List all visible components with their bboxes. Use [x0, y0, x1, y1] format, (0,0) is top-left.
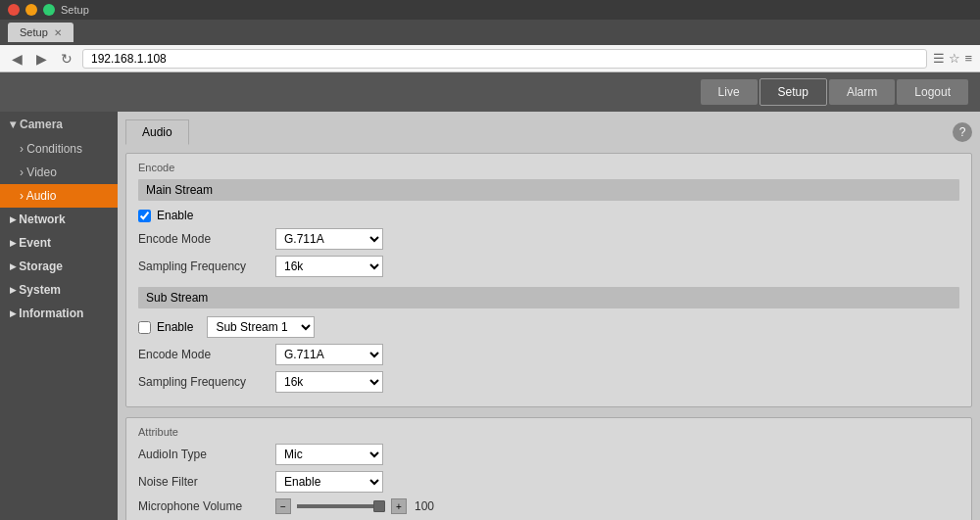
tab-label: Setup [20, 26, 48, 38]
forward-button[interactable]: ▶ [32, 49, 51, 69]
address-bar: ◀ ▶ ↻ ☰ ☆ ≡ [0, 45, 980, 72]
sub-stream-dropdown[interactable]: Sub Stream 1 Sub Stream 2 [207, 316, 315, 338]
main-stream-enable-row: Enable [138, 209, 959, 222]
main-stream-enable-checkbox[interactable] [138, 210, 151, 222]
sidebar-audio-label: Audio [26, 189, 57, 203]
panel-tab-audio[interactable]: Audio [125, 119, 189, 145]
noise-filter-label: Noise Filter [138, 475, 275, 489]
browser-max-btn[interactable] [43, 4, 55, 16]
information-arrow-icon: ▸ [10, 307, 19, 320]
browser-tab[interactable]: Setup ✕ [8, 23, 74, 42]
sidebar: ▾ Camera › Conditions › Video › Audio ▸ … [0, 112, 118, 520]
menu-icon[interactable]: ≡ [964, 51, 972, 66]
noise-filter-row: Noise Filter Enable Disable [138, 471, 959, 493]
mic-volume-label: Microphone Volume [138, 499, 275, 513]
sidebar-video-label: Video [26, 165, 56, 179]
sub-stream-enable-row: Enable Sub Stream 1 Sub Stream 2 [138, 316, 959, 338]
sidebar-item-network[interactable]: ▸ Network [0, 208, 118, 231]
slider-minus-button[interactable]: − [275, 498, 291, 514]
attribute-section: Attribute AudioIn Type Mic LineIn Noise … [125, 417, 972, 520]
main-stream-sampling-freq-select[interactable]: 8k 16k 32k [275, 256, 383, 277]
attribute-legend: Attribute [138, 426, 959, 438]
panel-tab-row: Audio ? [125, 119, 972, 145]
browser-title: Setup [61, 4, 972, 16]
audioin-type-row: AudioIn Type Mic LineIn [138, 444, 959, 465]
network-arrow-icon: ▸ [10, 213, 19, 226]
audioin-type-select[interactable]: Mic LineIn [275, 444, 383, 465]
reload-button[interactable]: ↻ [57, 49, 76, 69]
sidebar-item-system[interactable]: ▸ System [0, 278, 118, 302]
browser-toolbar-icons: ☰ ☆ ≡ [933, 51, 972, 66]
main-stream-sampling-freq-label: Sampling Frequency [138, 260, 275, 273]
event-arrow-icon: ▸ [10, 236, 19, 250]
sidebar-network-label: Network [19, 213, 65, 226]
sidebar-storage-label: Storage [19, 260, 63, 273]
main-stream-encode-mode-row: Encode Mode G.711A G.711U G.726 [138, 228, 959, 250]
sidebar-item-information[interactable]: ▸ Information [0, 302, 118, 325]
sidebar-item-storage[interactable]: ▸ Storage [0, 255, 118, 278]
sub-stream-header: Sub Stream [138, 287, 959, 308]
sidebar-section-camera: ▾ Camera [0, 112, 118, 137]
camera-arrow-icon: ▾ [10, 118, 16, 131]
sidebar-system-label: System [19, 283, 61, 297]
sidebar-item-conditions[interactable]: › Conditions [0, 137, 118, 161]
sub-stream-label: Sub Stream [146, 291, 208, 305]
slider-fill [297, 504, 385, 508]
main-stream-encode-mode-label: Encode Mode [138, 232, 275, 246]
audio-arrow-icon: › [20, 189, 26, 203]
help-icon-text: ? [959, 125, 966, 139]
sub-stream-sampling-freq-label: Sampling Frequency [138, 375, 275, 389]
mic-volume-value: 100 [415, 499, 434, 513]
main-panel: Audio ? Encode Main Stream Enable Enc [118, 112, 980, 520]
sidebar-camera-label: Camera [20, 118, 63, 131]
audioin-type-label: AudioIn Type [138, 448, 275, 461]
content-area: ▾ Camera › Conditions › Video › Audio ▸ … [0, 112, 980, 520]
back-button[interactable]: ◀ [8, 49, 26, 69]
nav-live-button[interactable]: Live [701, 79, 758, 105]
browser-min-btn[interactable] [25, 4, 37, 16]
main-stream-sampling-freq-row: Sampling Frequency 8k 16k 32k [138, 256, 959, 277]
slider-track[interactable] [297, 504, 385, 508]
sub-stream-encode-mode-select[interactable]: G.711A G.711U G.726 [275, 344, 383, 365]
sidebar-conditions-label: Conditions [26, 142, 82, 156]
mic-volume-row: Microphone Volume − + 100 [138, 498, 959, 514]
encode-legend: Encode [138, 162, 959, 173]
noise-filter-select[interactable]: Enable Disable [275, 471, 383, 493]
system-arrow-icon: ▸ [10, 283, 19, 297]
main-stream-header: Main Stream [138, 179, 959, 201]
main-stream-label: Main Stream [146, 183, 213, 197]
top-nav: Live Setup Alarm Logout [0, 72, 980, 112]
sidebar-event-label: Event [19, 236, 51, 250]
address-input[interactable] [82, 49, 927, 69]
browser-tab-bar: Setup ✕ [0, 20, 980, 45]
sub-stream-encode-mode-label: Encode Mode [138, 348, 275, 361]
help-icon-button[interactable]: ? [953, 122, 972, 142]
sidebar-item-video[interactable]: › Video [0, 161, 118, 184]
app-wrapper: Live Setup Alarm Logout ▾ Camera › Condi… [0, 72, 980, 520]
browser-close-btn[interactable] [8, 4, 20, 16]
sub-stream-enable-checkbox[interactable] [138, 321, 151, 334]
sub-stream-encode-mode-row: Encode Mode G.711A G.711U G.726 [138, 344, 959, 365]
sub-stream-sampling-freq-row: Sampling Frequency 8k 16k 32k [138, 371, 959, 393]
main-stream-enable-label: Enable [157, 209, 193, 222]
mic-volume-slider-container: − + 100 [275, 498, 434, 514]
nav-setup-button[interactable]: Setup [760, 78, 827, 106]
tab-close-icon[interactable]: ✕ [54, 27, 62, 38]
panel-tab-audio-label: Audio [142, 125, 172, 139]
sidebar-item-event[interactable]: ▸ Event [0, 231, 118, 255]
sub-stream-sampling-freq-select[interactable]: 8k 16k 32k [275, 371, 383, 393]
nav-logout-button[interactable]: Logout [897, 79, 968, 105]
main-stream-encode-mode-select[interactable]: G.711A G.711U G.726 [275, 228, 383, 250]
star-icon[interactable]: ☆ [949, 51, 960, 66]
filter-icon: ☰ [933, 51, 945, 66]
slider-plus-button[interactable]: + [391, 498, 407, 514]
slider-thumb[interactable] [373, 500, 385, 512]
sidebar-item-audio[interactable]: › Audio [0, 184, 118, 208]
encode-section: Encode Main Stream Enable Encode Mode G.… [125, 153, 972, 407]
sidebar-information-label: Information [19, 307, 83, 320]
sub-stream-enable-label: Enable [157, 320, 193, 334]
nav-alarm-button[interactable]: Alarm [829, 79, 895, 105]
browser-chrome: Setup [0, 0, 980, 20]
storage-arrow-icon: ▸ [10, 260, 19, 273]
